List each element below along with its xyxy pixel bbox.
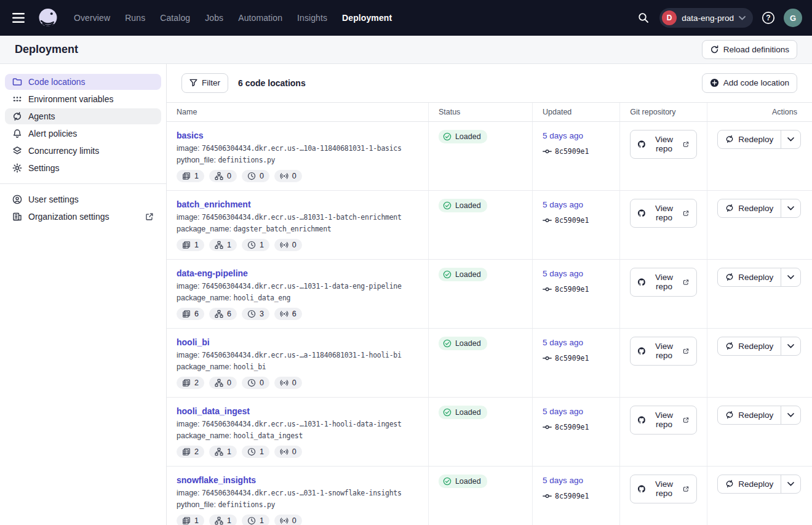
sidebar-item-settings[interactable]: Settings <box>5 160 161 176</box>
redeploy-button[interactable]: Redeploy <box>718 406 781 424</box>
view-repo-button[interactable]: View repo <box>630 268 697 297</box>
help-icon[interactable]: ? <box>761 10 776 25</box>
column-header-name: Name <box>167 102 428 121</box>
external-link-icon <box>145 212 154 221</box>
sidebar-item-agents[interactable]: Agents <box>5 108 161 124</box>
sensors-count-badge: 0 <box>274 377 302 389</box>
redeploy-menu-button[interactable] <box>781 475 800 493</box>
sensor-icon <box>280 516 289 525</box>
column-header-status: Status <box>428 102 532 121</box>
nav-catalog[interactable]: Catalog <box>160 13 190 23</box>
updated-link[interactable]: 5 days ago <box>543 131 583 140</box>
sidebar-item-organization-settings[interactable]: Organization settings <box>5 209 161 225</box>
check-circle-icon <box>443 408 452 417</box>
schedules-count-badge: 3 <box>242 308 269 320</box>
table-header-row: Name Status Updated Git repository Actio… <box>167 102 812 121</box>
redeploy-button[interactable]: Redeploy <box>718 337 781 355</box>
code-location-link[interactable]: hooli_data_ingest <box>177 406 250 416</box>
redeploy-button[interactable]: Redeploy <box>718 268 781 286</box>
redeploy-button[interactable]: Redeploy <box>718 475 781 493</box>
nav-jobs[interactable]: Jobs <box>205 13 223 23</box>
redeploy-split-button: Redeploy <box>717 130 801 149</box>
status-badge: Loaded <box>439 337 487 350</box>
updated-link[interactable]: 5 days ago <box>543 476 583 485</box>
redeploy-button[interactable]: Redeploy <box>718 199 781 217</box>
code-location-link[interactable]: basics <box>177 130 204 140</box>
commit-hash: 8c5909e1 <box>555 423 589 431</box>
updated-link[interactable]: 5 days ago <box>543 407 583 416</box>
status-badge: Loaded <box>439 406 487 419</box>
sidebar-item-concurrency-limits[interactable]: Concurrency limits <box>5 143 161 159</box>
filter-button[interactable]: Filter <box>181 73 228 93</box>
updated-link[interactable]: 5 days ago <box>543 338 583 347</box>
page-title: Deployment <box>15 43 78 56</box>
sidebar-item-environment-variables[interactable]: Environment variables <box>5 91 161 107</box>
sidebar-item-user-settings[interactable]: User settings <box>5 191 161 207</box>
schedules-count-badge: 1 <box>242 239 269 251</box>
search-icon[interactable] <box>635 10 651 26</box>
deployment-switcher[interactable]: D data-eng-prod <box>659 8 753 28</box>
redeploy-icon <box>725 273 734 281</box>
view-repo-button[interactable]: View repo <box>630 475 697 503</box>
menu-icon[interactable] <box>10 9 27 26</box>
view-repo-button[interactable]: View repo <box>630 406 697 435</box>
dagster-logo-icon[interactable] <box>36 6 60 30</box>
add-code-location-button[interactable]: Add code location <box>702 73 797 93</box>
column-header-updated: Updated <box>533 102 620 121</box>
redeploy-menu-button[interactable] <box>781 130 800 148</box>
sensor-icon <box>280 447 289 456</box>
git-repo-cell: View repo <box>620 466 707 525</box>
image-value: 764506304434.dkr.ecr.us-…031-1-snowflake… <box>202 489 402 497</box>
code-location-link[interactable]: snowflake_insights <box>177 475 256 485</box>
redeploy-split-button: Redeploy <box>717 337 801 356</box>
code-location-link[interactable]: hooli_bi <box>177 337 210 347</box>
redeploy-button[interactable]: Redeploy <box>718 130 781 148</box>
git-repo-cell: View repo <box>620 190 707 259</box>
git-repo-cell: View repo <box>620 328 707 397</box>
view-repo-button[interactable]: View repo <box>630 199 697 228</box>
nav-overview[interactable]: Overview <box>74 13 110 23</box>
nav-automation[interactable]: Automation <box>238 13 282 23</box>
commit-hash: 8c5909e1 <box>555 147 589 156</box>
name-cell: hooli_bi image: 764506304434.dkr.ecr.us-… <box>167 328 428 397</box>
redeploy-menu-button[interactable] <box>781 406 800 424</box>
updated-link[interactable]: 5 days ago <box>543 269 583 278</box>
nav-runs[interactable]: Runs <box>125 13 145 23</box>
commit-hash: 8c5909e1 <box>555 285 589 294</box>
jobs-icon <box>182 310 191 318</box>
nav-deployment[interactable]: Deployment <box>342 13 392 23</box>
sidebar-item-label: Code locations <box>28 77 86 87</box>
view-repo-button[interactable]: View repo <box>630 337 697 366</box>
check-circle-icon <box>443 132 452 141</box>
code-location-link[interactable]: batch_enrichment <box>177 199 251 209</box>
commit-icon <box>543 492 552 500</box>
reload-definitions-button[interactable]: Reload definitions <box>702 40 797 60</box>
status-badge: Loaded <box>439 130 487 143</box>
user-circle-icon <box>12 194 22 204</box>
user-avatar[interactable]: G <box>784 9 802 27</box>
redeploy-split-button: Redeploy <box>717 199 801 218</box>
updated-link[interactable]: 5 days ago <box>543 200 583 209</box>
sidebar-divider <box>0 183 166 184</box>
redeploy-menu-button[interactable] <box>781 337 800 355</box>
sidebar-item-alert-policies[interactable]: Alert policies <box>5 126 161 142</box>
badge-row: 1 0 0 0 <box>177 170 418 182</box>
nav-insights[interactable]: Insights <box>297 13 327 23</box>
redeploy-menu-button[interactable] <box>781 199 800 217</box>
schedules-count-badge: 0 <box>242 170 269 182</box>
image-line: image: 764506304434.dkr.ecr.us-…1031-1-d… <box>177 282 418 291</box>
github-icon <box>638 415 645 425</box>
view-repo-button[interactable]: View repo <box>630 130 697 159</box>
sensor-icon <box>280 379 289 387</box>
external-link-icon <box>683 209 689 217</box>
redeploy-menu-button[interactable] <box>781 268 800 286</box>
graphs-count-badge: 0 <box>209 170 237 182</box>
sensors-count-badge: 0 <box>274 170 302 182</box>
badge-row: 2 1 1 0 <box>177 446 418 458</box>
meta-line: python_file: definitions.py <box>177 500 418 509</box>
actions-cell: Redeploy <box>707 466 812 525</box>
code-location-link[interactable]: data-eng-pipeline <box>177 268 248 278</box>
meta-line: python_file: definitions.py <box>177 156 418 164</box>
bell-icon <box>12 129 22 138</box>
sidebar-item-code-locations[interactable]: Code locations <box>5 74 161 90</box>
